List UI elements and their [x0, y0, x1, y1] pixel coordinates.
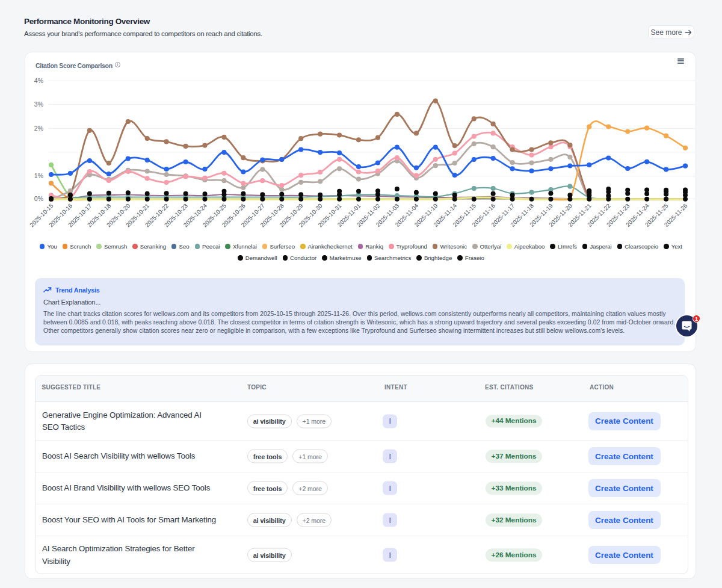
- svg-text:3%: 3%: [34, 101, 43, 108]
- svg-text:1%: 1%: [34, 172, 43, 179]
- svg-text:0%: 0%: [34, 195, 43, 202]
- svg-text:2%: 2%: [34, 125, 43, 132]
- svg-text:4%: 4%: [34, 77, 43, 84]
